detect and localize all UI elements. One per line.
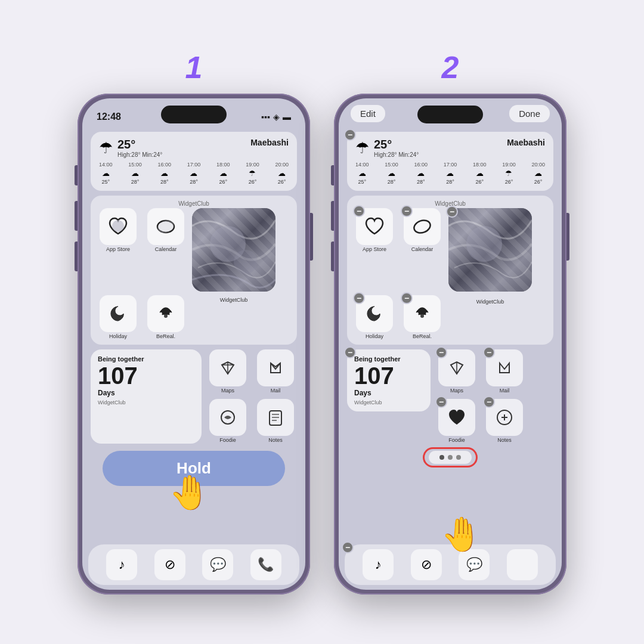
dock-screentime-2[interactable]: ⊘ [411, 549, 442, 580]
dot-2 [448, 455, 453, 460]
appstore-icon[interactable] [100, 208, 137, 245]
app-icon-holiday[interactable]: Holiday [97, 295, 140, 340]
widgetclub-remove-badge[interactable]: − [446, 206, 458, 218]
app-icon-appstore[interactable]: App Store [97, 208, 140, 292]
vol-down-button-2[interactable] [331, 242, 334, 271]
app-icon-bereal[interactable]: BeReal. [144, 295, 187, 340]
app-icon-calendar-2[interactable]: − Calendar [401, 208, 444, 292]
bottom-widgets-1: Being together 107 Days WidgetClub [91, 349, 297, 444]
dynamic-island-2 [417, 106, 483, 123]
forecast-col-3: 17:00 ☁ 28° [187, 162, 201, 185]
forecast-col-2: 16:00 ☁ 28° [157, 162, 171, 185]
foodie-icon[interactable] [209, 399, 246, 436]
mail-icon[interactable] [257, 349, 294, 386]
dock-phone-1[interactable]: 📞 [250, 549, 281, 580]
dock-music-1[interactable]: ♪ [106, 549, 137, 580]
foodie-label-2: Foodie [448, 438, 465, 444]
appstore-remove-badge[interactable]: − [353, 205, 365, 217]
dock-remove-badge[interactable]: − [342, 541, 354, 553]
silent-switch-2 [331, 165, 334, 185]
calendar-remove-badge[interactable]: − [401, 205, 413, 217]
phone-1-frame: 12:48 ▪▪▪ ◈ ▬ ☂ [78, 94, 310, 595]
widgetclub-bottom-label: WidgetClub [192, 298, 275, 304]
foodie-icon-2[interactable]: − [438, 399, 475, 436]
app-icon-mail-2[interactable]: − Mail [483, 349, 526, 394]
weather-widget-2: − ☂ 25° High:28° Min:24° Maebashi [347, 132, 553, 191]
appstore-icon-2[interactable]: − [356, 208, 393, 245]
mail-label-2: Mail [500, 388, 510, 394]
notes-remove-badge[interactable]: − [483, 396, 495, 408]
rel-remove-badge[interactable]: − [344, 346, 356, 358]
notes-icon-1[interactable] [257, 399, 294, 436]
app-icon-notes-2[interactable]: − Notes [483, 399, 526, 444]
dock-1: ♪ ⊘ 💬 📞 [88, 544, 299, 585]
vol-down-button[interactable] [75, 242, 78, 271]
power-button-2[interactable] [566, 213, 569, 261]
app-icon-mail[interactable]: Mail [254, 349, 297, 394]
dock-screentime-1[interactable]: ⊘ [154, 549, 185, 580]
widgetclub-large-icon[interactable] [192, 208, 275, 292]
step-2-number: 2 [442, 49, 459, 85]
maps-icon[interactable] [209, 349, 246, 386]
app-icon-holiday-2[interactable]: − Holiday [353, 295, 396, 340]
calendar-icon-2[interactable]: − [404, 208, 441, 245]
power-button[interactable] [310, 213, 313, 261]
app-row-2b: − Holiday − [353, 295, 547, 340]
app-icon-calendar[interactable]: Calendar [144, 208, 187, 292]
dock-phone-2[interactable] [507, 549, 538, 580]
small-apps-row-2a: − Maps [435, 349, 526, 394]
app-icon-notes-1[interactable]: Notes [254, 399, 297, 444]
maps-remove-badge[interactable]: − [435, 346, 447, 358]
maps-icon-2[interactable]: − [438, 349, 475, 386]
widget-club-label-1: WidgetClub [97, 200, 291, 207]
app-icon-bereal-2[interactable]: − BeReal. [401, 295, 444, 340]
bereal-icon-2[interactable]: − [404, 295, 441, 332]
silent-switch [75, 165, 78, 185]
app-icon-foodie-2[interactable]: − Foodie [435, 399, 478, 444]
bereal-label: BeReal. [156, 334, 175, 340]
foodie-remove-badge[interactable]: − [435, 396, 447, 408]
battery-icon-1: ▬ [283, 112, 291, 122]
weather-remove-badge[interactable]: − [344, 129, 356, 141]
done-button[interactable]: Done [509, 105, 550, 122]
small-apps-row-2b: − Foodie [435, 399, 526, 444]
weather-forecast-2: 14:00☁25° 15:00☁28° 16:00☁28° 17:00☁28° … [355, 162, 545, 185]
dots-bar-container [347, 451, 553, 464]
svg-rect-9 [270, 411, 281, 425]
forecast-col-5: 19:00 ☂ 26° [246, 162, 259, 185]
weather-top-2: ☂ 25° High:28° Min:24° Maebashi [355, 138, 545, 158]
bereal-remove-badge[interactable]: − [401, 292, 413, 304]
edit-button[interactable]: Edit [351, 105, 385, 122]
widgetclub-large-icon-2[interactable] [448, 208, 532, 292]
calendar-icon[interactable] [147, 208, 184, 245]
dock-music-2[interactable]: ♪ [363, 549, 394, 580]
app-icon-maps-2[interactable]: − Maps [435, 349, 478, 394]
bereal-icon[interactable] [147, 295, 184, 332]
bottom-widgets-2: − Being together 107 Days WidgetClub [347, 349, 553, 444]
phone-2-screen: Edit Done − ☂ 25° High [339, 98, 562, 590]
holiday-remove-badge[interactable]: − [353, 292, 365, 304]
app-icon-foodie[interactable]: Foodie [206, 399, 249, 444]
app-icon-appstore-2[interactable]: − App Store [353, 208, 396, 292]
svg-point-2 [156, 218, 175, 235]
vol-up-button[interactable] [75, 201, 78, 231]
phone-2-frame: Edit Done − ☂ 25° High [334, 94, 566, 595]
maps-label: Maps [221, 388, 234, 394]
holiday-icon-2[interactable]: − [356, 295, 393, 332]
step-1: 1 12:48 ▪▪▪ ◈ ▬ [78, 49, 310, 595]
vol-up-button-2[interactable] [331, 201, 334, 231]
weather-top-1: ☂ 25° High:28° Min:24° Maebashi [99, 138, 289, 158]
mail-remove-badge[interactable]: − [483, 346, 495, 358]
mail-icon-2[interactable]: − [486, 349, 523, 386]
dots-bar[interactable] [429, 451, 472, 464]
appstore-label-2: App Store [363, 247, 386, 253]
dot-1 [439, 455, 444, 460]
app-row-1: App Store Calendar [97, 208, 291, 292]
app-row-2a: − App Store − [353, 208, 547, 292]
app-icon-maps[interactable]: Maps [206, 349, 249, 394]
holiday-icon[interactable] [100, 295, 137, 332]
wifi-icon-1: ◈ [273, 112, 280, 122]
notes-icon-2[interactable]: − [486, 399, 523, 436]
umbrella-icon-2: ☂ [355, 139, 369, 157]
dock-messages-1[interactable]: 💬 [202, 549, 233, 580]
